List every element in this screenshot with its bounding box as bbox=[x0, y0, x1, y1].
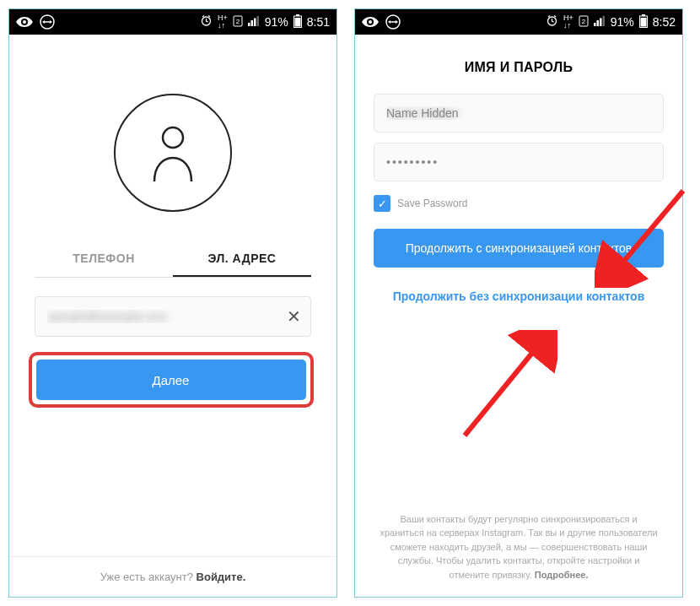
network-icon: H+↓↑ bbox=[218, 14, 228, 30]
svg-rect-8 bbox=[256, 16, 259, 26]
svg-point-13 bbox=[369, 20, 372, 24]
svg-rect-7 bbox=[254, 19, 256, 27]
svg-rect-6 bbox=[250, 20, 253, 26]
svg-rect-5 bbox=[248, 23, 250, 26]
alarm-icon bbox=[546, 14, 558, 30]
learn-more-link[interactable]: Подробнее. bbox=[535, 570, 589, 580]
clear-icon[interactable]: ✕ bbox=[287, 306, 301, 327]
teamviewer-icon bbox=[40, 14, 55, 30]
svg-rect-11 bbox=[294, 18, 300, 27]
sim-icon: 2 bbox=[579, 15, 589, 30]
footer-prompt: Уже есть аккаунт? bbox=[100, 571, 197, 583]
svg-rect-21 bbox=[602, 16, 605, 26]
signal-icon bbox=[248, 15, 260, 29]
svg-rect-18 bbox=[594, 23, 596, 26]
continue-nosync-link[interactable]: Продолжить без синхронизации контактов bbox=[374, 289, 664, 303]
visibility-icon bbox=[16, 17, 33, 27]
email-field[interactable] bbox=[35, 296, 311, 337]
clock-time: 8:51 bbox=[307, 15, 330, 29]
footer-login: Уже есть аккаунт? Войдите. bbox=[9, 556, 337, 597]
svg-rect-20 bbox=[600, 19, 602, 27]
teamviewer-icon bbox=[385, 14, 401, 30]
page-title: ИМЯ И ПАРОЛЬ bbox=[374, 60, 664, 75]
status-bar: H+↓↑ 2 91% 8:51 bbox=[9, 9, 337, 35]
svg-rect-19 bbox=[596, 20, 599, 26]
save-password-checkbox[interactable]: ✓ bbox=[374, 195, 390, 212]
phone-screen-name-password: H+↓↑ 2 91% 8:52 ИМЯ И ПАРОЛЬ ✓ Save bbox=[354, 8, 683, 598]
svg-point-12 bbox=[163, 127, 183, 148]
battery-percent: 91% bbox=[611, 15, 634, 29]
battery-icon bbox=[639, 14, 648, 30]
save-password-label: Save Password bbox=[397, 197, 467, 209]
tab-phone[interactable]: ТЕЛЕФОН bbox=[35, 241, 173, 277]
tab-email[interactable]: ЭЛ. АДРЕС bbox=[173, 241, 311, 277]
avatar-placeholder bbox=[114, 94, 232, 212]
battery-percent: 91% bbox=[265, 15, 288, 29]
svg-point-0 bbox=[23, 20, 26, 24]
sim-icon: 2 bbox=[233, 15, 243, 30]
status-bar: H+↓↑ 2 91% 8:52 bbox=[355, 9, 682, 35]
email-input-wrap: ✕ bbox=[35, 296, 311, 337]
name-field[interactable] bbox=[374, 94, 664, 133]
network-icon: H+↓↑ bbox=[563, 14, 573, 30]
visibility-icon bbox=[362, 17, 379, 27]
signup-tabs: ТЕЛЕФОН ЭЛ. АДРЕС bbox=[35, 241, 311, 278]
next-button[interactable]: Далее bbox=[36, 360, 306, 400]
disclosure-text: Ваши контакты будут регулярно синхронизи… bbox=[374, 512, 664, 598]
continue-sync-button[interactable]: Продолжить с синхронизацией контактов bbox=[374, 229, 664, 268]
alarm-icon bbox=[200, 14, 213, 30]
password-field[interactable] bbox=[374, 143, 664, 181]
phone-screen-signup: H+↓↑ 2 91% 8:51 ТЕЛЕФОН ЭЛ. АДРЕС bbox=[8, 8, 337, 598]
tutorial-arrow-icon bbox=[448, 330, 557, 440]
svg-rect-24 bbox=[640, 18, 646, 27]
svg-text:2: 2 bbox=[235, 18, 240, 25]
tutorial-highlight: Далее bbox=[29, 352, 314, 408]
signal-icon bbox=[594, 15, 606, 29]
battery-icon bbox=[293, 14, 302, 30]
svg-text:2: 2 bbox=[581, 18, 585, 25]
login-link[interactable]: Войдите. bbox=[197, 571, 246, 583]
clock-time: 8:52 bbox=[653, 15, 676, 29]
